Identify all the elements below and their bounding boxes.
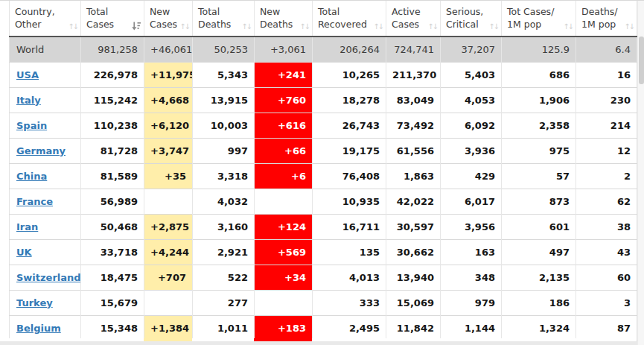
- cell-active_cases: 42,022: [386, 189, 441, 214]
- cell-total_deaths: 277: [193, 290, 255, 315]
- cell-country: China: [10, 163, 81, 189]
- cell-country: Turkey: [10, 290, 81, 315]
- cell-deaths_per_1m: 230: [576, 87, 637, 113]
- country-link[interactable]: Belgium: [16, 323, 61, 334]
- cell-active_cases: 11,842: [386, 315, 441, 341]
- column-header-serious_critical[interactable]: Serious,Critical↑↓: [441, 1, 502, 37]
- cell-cases_per_1m: 873: [502, 189, 576, 214]
- cell-total_deaths: 2,921: [193, 239, 255, 265]
- country-link[interactable]: USA: [16, 69, 39, 80]
- column-header-total_deaths[interactable]: TotalDeaths↑↓: [193, 1, 255, 37]
- cell-total_recovered: 333: [313, 290, 386, 315]
- cell-new_cases: [144, 189, 193, 214]
- cell-cases_per_1m: 601: [502, 214, 576, 239]
- cell-deaths_per_1m: 2: [576, 163, 637, 189]
- cell-new_deaths: +124: [255, 214, 313, 239]
- header-label-line1: New: [260, 5, 309, 18]
- cell-total_recovered: 18,278: [313, 87, 386, 113]
- cell-active_cases: 61,556: [386, 138, 441, 163]
- cell-total_cases: 15,348: [81, 315, 144, 341]
- header-label-line1: Total: [86, 5, 141, 18]
- cell-country: Spain: [10, 113, 81, 138]
- column-header-active_cases[interactable]: ActiveCases↑↓: [386, 1, 441, 37]
- cell-new_cases: +2,875: [144, 214, 193, 239]
- cell-active_cases: 15,069: [386, 290, 441, 315]
- table-row: Belgium15,348+1,3841,011+1832,49511,8421…: [10, 315, 637, 341]
- cell-cases_per_1m: 497: [502, 239, 576, 265]
- cell-total_deaths: 10,003: [193, 113, 255, 138]
- country-link[interactable]: Germany: [16, 145, 66, 156]
- header-label-line1: Active: [392, 5, 437, 18]
- cell-serious_critical: 3,936: [441, 138, 502, 163]
- cell-deaths_per_1m: 62: [576, 189, 637, 214]
- country-link[interactable]: UK: [16, 247, 32, 258]
- cell-total_cases: 81,728: [81, 138, 144, 163]
- table-row: France56,9894,03210,93542,0226,01787362: [10, 189, 637, 214]
- vertical-scrollbar-thumb[interactable]: [639, 37, 644, 84]
- cell-country: UK: [10, 239, 81, 265]
- cell-deaths_per_1m: 3: [576, 290, 637, 315]
- cell-active_cases: 1,863: [386, 163, 441, 189]
- cell-total_cases: 18,475: [81, 265, 144, 290]
- cell-total_recovered: 135: [313, 239, 386, 265]
- country-link[interactable]: Italy: [16, 95, 41, 106]
- cell-total_recovered: 206,264: [313, 37, 386, 62]
- table-row: Italy115,242+4,66813,915+76018,27883,049…: [10, 87, 637, 113]
- column-header-total_cases[interactable]: TotalCases: [81, 1, 144, 37]
- vertical-scrollbar[interactable]: [637, 1, 644, 345]
- cell-total_deaths: 997: [193, 138, 255, 163]
- horizontal-scrollbar[interactable]: [0, 341, 637, 345]
- cell-new_deaths: +6: [255, 163, 313, 189]
- cell-new_cases: +1,384: [144, 315, 193, 341]
- cell-total_cases: 50,468: [81, 214, 144, 239]
- table-row: China81,589+353,318+676,4081,863429572: [10, 163, 637, 189]
- cell-total_recovered: 76,408: [313, 163, 386, 189]
- cell-new_cases: +707: [144, 265, 193, 290]
- column-header-country[interactable]: Country,Other↑↓: [10, 1, 81, 37]
- cell-serious_critical: 429: [441, 163, 502, 189]
- cell-deaths_per_1m: 16: [576, 62, 637, 87]
- cell-serious_critical: 37,207: [441, 37, 502, 62]
- cell-deaths_per_1m: 60: [576, 265, 637, 290]
- cell-total_deaths: 13,915: [193, 87, 255, 113]
- cell-serious_critical: 4,053: [441, 87, 502, 113]
- table-row: UK33,718+4,2442,921+56913530,66216349743: [10, 239, 637, 265]
- table-row: USA226,978+11,9755,343+24110,265211,3705…: [10, 62, 637, 87]
- country-link[interactable]: Iran: [16, 221, 38, 232]
- sort-icon: ↑↓: [241, 23, 251, 31]
- cell-total_recovered: 19,175: [313, 138, 386, 163]
- cell-total_recovered: 16,711: [313, 214, 386, 239]
- cell-new_cases: +6,120: [144, 113, 193, 138]
- cell-active_cases: 30,662: [386, 239, 441, 265]
- country-link[interactable]: Spain: [16, 120, 47, 131]
- cell-active_cases: 30,597: [386, 214, 441, 239]
- cell-serious_critical: 1,144: [441, 315, 502, 341]
- sort-icon: ↑↓: [488, 23, 498, 31]
- cell-deaths_per_1m: 38: [576, 214, 637, 239]
- column-header-new_cases[interactable]: NewCases↑↓: [144, 1, 193, 37]
- country-link[interactable]: France: [16, 196, 53, 207]
- cell-new_cases: +35: [144, 163, 193, 189]
- cell-total_cases: 33,718: [81, 239, 144, 265]
- cell-new_deaths: +760: [255, 87, 313, 113]
- cell-active_cases: 13,940: [386, 265, 441, 290]
- cell-cases_per_1m: 2,358: [502, 113, 576, 138]
- column-header-deaths_per_1m[interactable]: Deaths/1M pop↑↓: [576, 1, 637, 37]
- world-total-row: World981,258+46,06150,253+3,061206,26472…: [10, 37, 637, 62]
- column-header-cases_per_1m[interactable]: Tot Cases/1M pop↑↓: [502, 1, 576, 37]
- country-link[interactable]: China: [16, 171, 47, 182]
- cell-deaths_per_1m: 43: [576, 239, 637, 265]
- country-link[interactable]: Switzerland: [16, 272, 81, 283]
- cell-country: Belgium: [10, 315, 81, 341]
- cell-country: Italy: [10, 87, 81, 113]
- cell-serious_critical: 348: [441, 265, 502, 290]
- header-label-line1: Deaths/: [581, 5, 634, 18]
- column-header-new_deaths[interactable]: NewDeaths↑↓: [255, 1, 313, 37]
- cell-total_recovered: 10,935: [313, 189, 386, 214]
- cell-cases_per_1m: 186: [502, 290, 576, 315]
- column-header-total_recovered[interactable]: TotalRecovered↑↓: [313, 1, 386, 37]
- country-link[interactable]: Turkey: [16, 297, 53, 308]
- cell-cases_per_1m: 2,135: [502, 265, 576, 290]
- cell-new_cases: [144, 290, 193, 315]
- sort-icon: ↑↓: [179, 23, 189, 31]
